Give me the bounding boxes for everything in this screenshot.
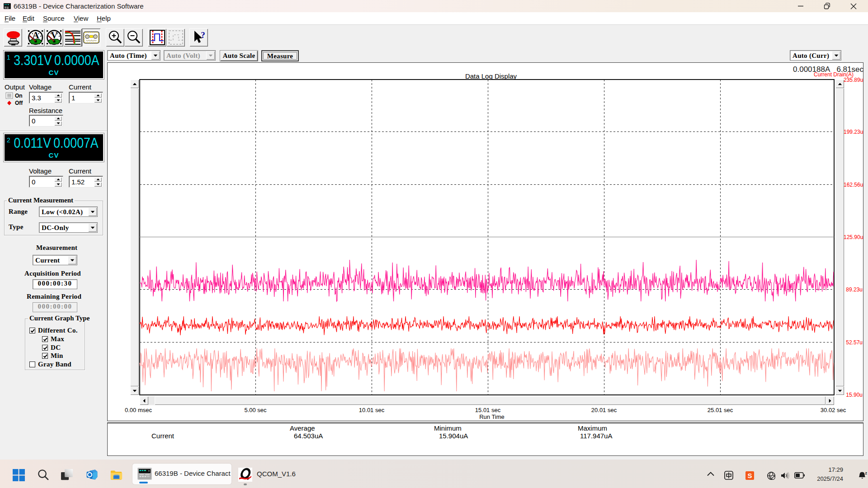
- svg-text:S: S: [747, 472, 752, 479]
- svg-text:z: z: [865, 471, 868, 475]
